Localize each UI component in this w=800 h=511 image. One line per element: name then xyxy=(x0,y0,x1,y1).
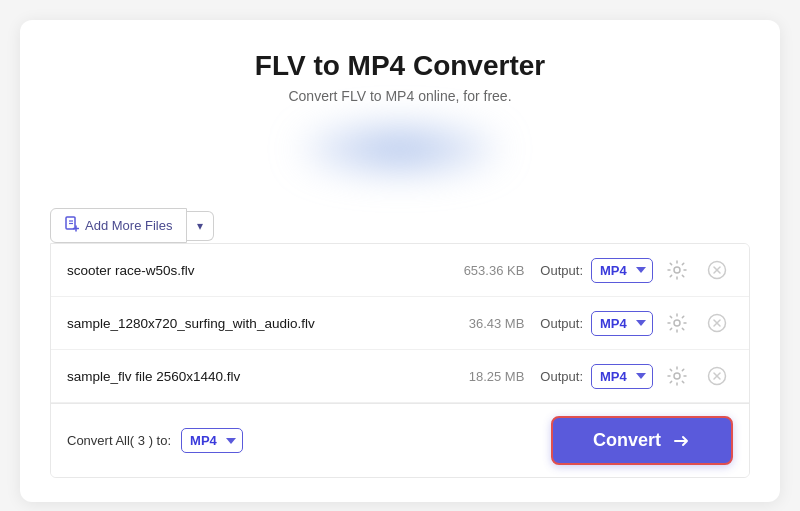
gear-icon xyxy=(667,366,687,386)
close-icon xyxy=(707,366,727,386)
close-icon xyxy=(707,313,727,333)
file-size: 18.25 MB xyxy=(444,369,524,384)
blur-decoration xyxy=(300,124,500,174)
page-subtitle: Convert FLV to MP4 online, for free. xyxy=(50,88,750,104)
output-label: Output: xyxy=(540,369,583,384)
add-files-button[interactable]: Add More Files xyxy=(50,208,187,243)
convert-all-format-select[interactable]: MP4 AVI MOV xyxy=(181,428,243,453)
svg-point-13 xyxy=(674,373,680,379)
arrow-right-icon xyxy=(671,431,691,451)
main-card: FLV to MP4 Converter Convert FLV to MP4 … xyxy=(20,20,780,502)
file-list: scooter race-w50s.flv 653.36 KB Output: … xyxy=(50,243,750,478)
table-row: sample_1280x720_surfing_with_audio.flv 3… xyxy=(51,297,749,350)
table-row: scooter race-w50s.flv 653.36 KB Output: … xyxy=(51,244,749,297)
toolbar: Add More Files ▾ xyxy=(50,194,750,243)
table-row: sample_flv file 2560x1440.flv 18.25 MB O… xyxy=(51,350,749,403)
convert-button[interactable]: Convert xyxy=(551,416,733,465)
convert-button-label: Convert xyxy=(593,430,661,451)
file-name: sample_flv file 2560x1440.flv xyxy=(67,369,444,384)
close-icon xyxy=(707,260,727,280)
chevron-down-icon: ▾ xyxy=(197,219,203,233)
add-files-label: Add More Files xyxy=(85,218,172,233)
remove-button[interactable] xyxy=(701,309,733,337)
file-size: 653.36 KB xyxy=(444,263,524,278)
footer-row: Convert All( 3 ) to: MP4 AVI MOV Convert xyxy=(51,403,749,477)
file-size: 36.43 MB xyxy=(444,316,524,331)
output-label: Output: xyxy=(540,263,583,278)
settings-button[interactable] xyxy=(661,362,693,390)
settings-button[interactable] xyxy=(661,309,693,337)
add-file-icon xyxy=(65,216,79,235)
format-select[interactable]: MP4 AVI MOV xyxy=(591,311,653,336)
settings-button[interactable] xyxy=(661,256,693,284)
file-name: sample_1280x720_surfing_with_audio.flv xyxy=(67,316,444,331)
remove-button[interactable] xyxy=(701,362,733,390)
svg-point-9 xyxy=(674,320,680,326)
format-select[interactable]: MP4 AVI MOV xyxy=(591,258,653,283)
convert-all-label: Convert All( 3 ) to: xyxy=(67,433,171,448)
format-select[interactable]: MP4 AVI MOV xyxy=(591,364,653,389)
svg-point-5 xyxy=(674,267,680,273)
file-name: scooter race-w50s.flv xyxy=(67,263,444,278)
header: FLV to MP4 Converter Convert FLV to MP4 … xyxy=(50,50,750,104)
output-label: Output: xyxy=(540,316,583,331)
page-title: FLV to MP4 Converter xyxy=(50,50,750,82)
remove-button[interactable] xyxy=(701,256,733,284)
gear-icon xyxy=(667,313,687,333)
gear-icon xyxy=(667,260,687,280)
add-files-dropdown-button[interactable]: ▾ xyxy=(187,211,214,241)
